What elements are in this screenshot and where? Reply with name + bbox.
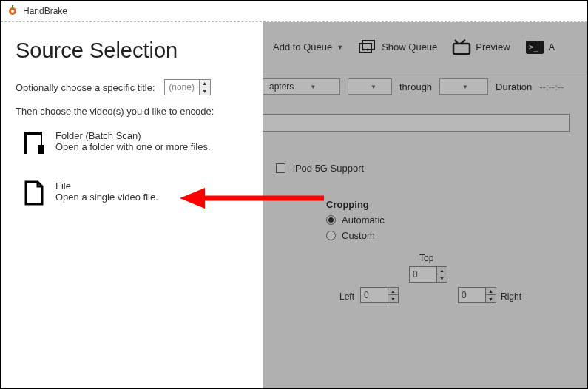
svg-text:>_: >_ [529,42,539,52]
title-bar: HandBrake [1,1,587,21]
file-option-title: File [55,180,158,192]
spinner-down-icon[interactable]: ▼ [200,87,210,95]
source-heading: Source Selection [16,38,248,63]
svg-point-8 [362,48,365,50]
title-spinner-buttons[interactable]: ▲ ▼ [199,80,210,95]
queue-icon [358,39,377,55]
crop-custom-radio[interactable] [326,231,336,240]
svg-rect-6 [359,44,371,53]
svg-rect-2 [12,5,13,8]
open-folder-option[interactable]: Folder (Batch Scan) Open a folder with o… [23,130,248,155]
duration-value: --:--:-- [539,81,564,92]
chapters-row: apters ▼ ▼ through ▼ Duration --:--:-- [263,78,570,95]
toolbar: Add to Queue ▼ Show Queue Preview [263,22,587,72]
through-label: through [399,81,432,92]
folder-icon [23,130,45,155]
crop-auto-label: Automatic [342,214,385,226]
folder-option-desc: Open a folder with one or more files. [55,141,211,152]
main-area: Add to Queue ▼ Show Queue Preview [263,22,587,388]
tv-icon [452,39,471,55]
svg-rect-10 [453,44,470,54]
crop-right-input[interactable] [459,288,485,302]
svg-rect-7 [362,41,374,50]
crop-left-label: Left [339,291,354,302]
chevron-down-icon: ▼ [310,84,316,90]
chevron-down-icon: ▼ [371,84,376,90]
controls-area: apters ▼ ▼ through ▼ Duration --:--:-- [263,72,587,259]
title-picker-label: Optionally choose a specific title: [16,82,155,93]
chapter-end-select[interactable]: ▼ [439,78,488,95]
source-selection-panel: Source Selection Optionally choose a spe… [1,22,263,388]
crop-top-spinner[interactable]: ▲▼ [409,266,447,283]
activity-button[interactable]: >_ A [519,35,561,60]
chapter-start-select[interactable]: ▼ [348,78,392,95]
range-type-select[interactable]: apters ▼ [263,78,340,95]
folder-option-title: Folder (Batch Scan) [55,130,211,141]
terminal-icon: >_ [525,39,544,55]
crop-left-input[interactable] [361,288,388,302]
handbrake-logo-icon [7,5,18,17]
open-file-option[interactable]: File Open a single video file. [23,180,248,206]
crop-top-label: Top [419,253,433,263]
title-picker-row: Optionally choose a specific title: ▲ ▼ [16,79,248,95]
add-queue-label: Add to Queue [273,41,332,53]
chevron-down-icon: ▼ [462,84,468,90]
ipod-checkbox[interactable] [276,163,285,173]
activity-cut-label: A [549,41,555,53]
svg-point-1 [11,10,14,13]
output-path-field[interactable] [263,114,570,132]
file-icon [23,180,45,206]
content-area: Source Selection Optionally choose a spe… [1,22,587,388]
show-queue-button[interactable]: Show Queue [352,35,443,60]
title-spinner-input[interactable] [165,80,199,95]
preview-label: Preview [476,41,510,53]
crop-custom-label: Custom [342,230,375,241]
spinner-up-icon[interactable]: ▲ [200,80,210,87]
app-title: HandBrake [23,6,67,16]
show-queue-label: Show Queue [382,41,437,53]
svg-marker-5 [38,145,44,154]
crop-right-label: Right [501,291,521,302]
file-option-desc: Open a single video file. [55,192,158,203]
encode-instruction: Then choose the video(s) you'd like to e… [16,106,248,117]
title-spinner[interactable]: ▲ ▼ [164,79,211,95]
cropping-title: Cropping [326,199,570,210]
range-type-value: apters [269,81,294,92]
crop-top-input[interactable] [410,267,436,282]
crop-auto-radio[interactable] [326,215,336,225]
preview-button[interactable]: Preview [446,35,516,60]
svg-point-9 [367,48,369,50]
duration-label: Duration [496,81,532,92]
add-to-queue-button[interactable]: Add to Queue ▼ [267,37,349,57]
chevron-down-icon: ▼ [337,44,343,51]
crop-right-spinner[interactable]: ▲▼ [458,287,496,303]
cropping-section: Cropping Automatic Custom Top ▲ [326,199,570,241]
app-window: HandBrake Source Selection Optionally ch… [0,0,588,389]
ipod-label: iPod 5G Support [293,163,364,174]
crop-left-spinner[interactable]: ▲▼ [360,287,399,303]
